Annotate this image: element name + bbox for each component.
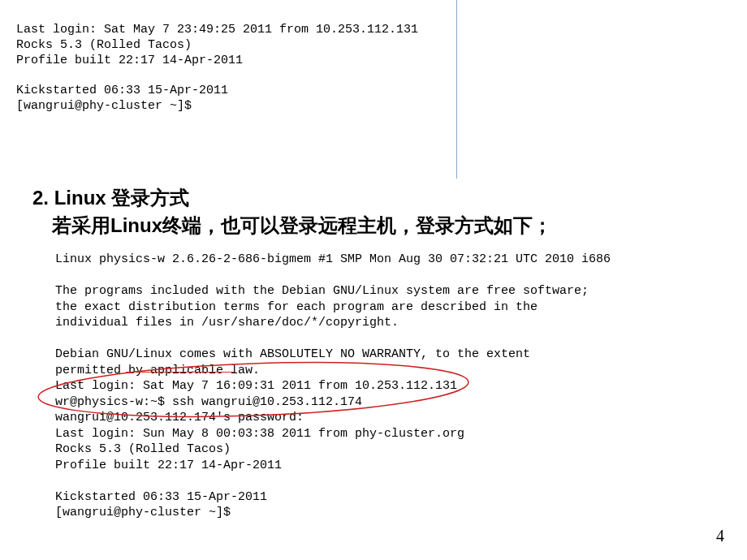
- section-heading: 2. Linux 登录方式: [32, 185, 189, 211]
- terminal-prompt: [wangrui@phy-cluster ~]$: [16, 99, 418, 114]
- terminal-line: individual files in /usr/share/doc/*/cop…: [55, 315, 611, 331]
- terminal-line: [55, 331, 611, 347]
- terminal-line: Profile built 22:17 14-Apr-2011: [55, 458, 611, 474]
- terminal-line: The programs included with the Debian GN…: [55, 283, 611, 299]
- terminal-ssh-command: wr@physics-w:~$ ssh wangrui@10.253.112.1…: [55, 394, 611, 411]
- terminal-output-bottom: Linux physics-w 2.6.26-2-686-bigmem #1 S…: [55, 252, 611, 521]
- terminal-line: Rocks 5.3 (Rolled Tacos): [55, 442, 611, 458]
- terminal-line: Last login: Sun May 8 00:03:38 2011 from…: [55, 426, 611, 442]
- annotation-strike: [126, 372, 235, 373]
- terminal-line: Last login: Sat May 7 16:09:31 2011 from…: [55, 378, 611, 394]
- terminal-line: [55, 268, 611, 284]
- terminal-output-top: Last login: Sat May 7 23:49:25 2011 from…: [16, 23, 418, 114]
- terminal-prompt: [wangrui@phy-cluster ~]$: [55, 505, 611, 521]
- page-number: 4: [716, 527, 724, 545]
- terminal-line: permitted by applicable law.: [55, 363, 611, 379]
- terminal-line: Last login: Sat May 7 23:49:25 2011 from…: [16, 23, 418, 38]
- divider-line: [456, 0, 457, 179]
- terminal-line: Rocks 5.3 (Rolled Tacos): [16, 38, 418, 54]
- terminal-line: the exact distribution terms for each pr…: [55, 299, 611, 316]
- terminal-line: Kickstarted 06:33 15-Apr-2011: [16, 84, 418, 99]
- terminal-line: Debian GNU/Linux comes with ABSOLUTELY N…: [55, 347, 611, 363]
- terminal-password-prompt: wangrui@10.253.112.174's password:: [55, 410, 611, 426]
- terminal-line: Linux physics-w 2.6.26-2-686-bigmem #1 S…: [55, 252, 611, 268]
- terminal-line: [16, 68, 418, 84]
- terminal-line: Profile built 22:17 14-Apr-2011: [16, 54, 418, 69]
- terminal-line: Kickstarted 06:33 15-Apr-2011: [55, 489, 611, 506]
- terminal-line: [55, 473, 611, 489]
- section-subheading: 若采用Linux终端，也可以登录远程主机，登录方式如下；: [52, 213, 552, 239]
